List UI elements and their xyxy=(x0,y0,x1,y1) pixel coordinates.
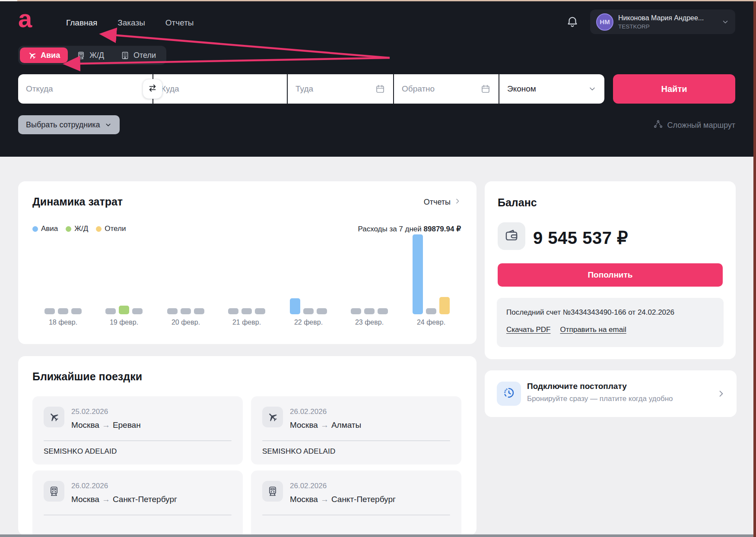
bar-19-Отели xyxy=(132,308,143,314)
divider xyxy=(44,440,232,441)
divider xyxy=(44,515,232,515)
service-tabs: АвиаЖ/ДОтели xyxy=(18,46,166,65)
trip-date: 26.02.2026 xyxy=(290,482,327,490)
plane-icon xyxy=(262,407,283,427)
bar-18-Авиа xyxy=(44,308,55,314)
send-email-link[interactable]: Отправить на email xyxy=(560,325,626,334)
x-axis-label: 18 февр. xyxy=(37,319,89,326)
trip-route: Москва→Алматы xyxy=(290,420,361,430)
train-icon xyxy=(262,481,283,502)
bar-20-Ж/Д xyxy=(181,308,191,314)
bell-icon xyxy=(566,22,579,30)
tab-avia[interactable]: Авиа xyxy=(20,47,68,63)
nav-item-reports[interactable]: Отчеты xyxy=(165,18,194,28)
destination-field[interactable] xyxy=(153,74,287,104)
avatar: НМ xyxy=(596,13,613,31)
bar-21-Авиа xyxy=(228,308,238,314)
bar-22-Ж/Д xyxy=(303,308,314,314)
app-header: a ГлавнаяЗаказыОтчеты НМ Никонова Мария … xyxy=(0,0,756,157)
last-invoice-text: Последний счет №3434343490-166 от 24.02.… xyxy=(506,308,714,317)
topup-button[interactable]: Пополнить xyxy=(498,263,723,287)
page: a ГлавнаяЗаказыОтчеты НМ Никонова Мария … xyxy=(0,0,756,537)
bar-22-Отели xyxy=(317,308,327,314)
depart-date-field[interactable] xyxy=(288,74,393,104)
cabin-class-select[interactable]: Эконом xyxy=(499,74,604,104)
tab-hotels[interactable]: Отели xyxy=(113,47,164,63)
trip-passenger: SEMISHKO ADELAID xyxy=(262,447,335,456)
expenses-dynamics-card: Динамика затрат Отчеты АвиаЖ/ДОтели Расх… xyxy=(18,181,476,344)
calendar-icon xyxy=(375,84,385,94)
trip-card[interactable]: 25.02.2026Москва→ЕреванSEMISHKO ADELAID xyxy=(32,396,243,464)
window-edge-top-corner xyxy=(0,0,17,1)
return-date-field[interactable] xyxy=(394,74,499,104)
balance-amount: 9 545 537 ₽ xyxy=(533,228,628,248)
postpay-title: Подключите постоплату xyxy=(527,382,627,391)
nav-item-home[interactable]: Главная xyxy=(66,18,97,28)
search-button[interactable]: Найти xyxy=(613,74,735,104)
balance-title: Баланс xyxy=(498,196,537,209)
bar-21-Отели xyxy=(255,308,265,314)
x-axis-label: 21 февр. xyxy=(221,319,273,326)
bar-18-Отели xyxy=(71,308,82,314)
trip-route: Москва→Санкт-Петербург xyxy=(290,495,396,504)
swap-icon xyxy=(148,83,157,95)
trip-card[interactable]: 26.02.2026Москва→АлматыSEMISHKO ADELAID xyxy=(251,396,461,464)
x-axis-label: 19 февр. xyxy=(98,319,150,326)
divider xyxy=(262,515,450,515)
chevron-down-icon xyxy=(721,18,729,26)
window-edge-right xyxy=(753,1,756,537)
wallet-icon xyxy=(504,228,519,244)
x-axis-label: 22 февр. xyxy=(283,319,334,326)
train-icon xyxy=(76,51,86,60)
bar-chart xyxy=(18,181,476,314)
upcoming-trips-card: Ближайшие поездки 25.02.2026Москва→Ерева… xyxy=(18,356,476,535)
plane-icon xyxy=(44,407,64,427)
window-edge-top xyxy=(17,0,756,1)
postpay-card[interactable]: Подключите постоплату Бронируйте сразу —… xyxy=(485,370,737,417)
trip-date: 25.02.2026 xyxy=(71,407,108,416)
bar-20-Отели xyxy=(194,308,204,314)
app-logo[interactable]: a xyxy=(18,6,31,31)
hotel-icon xyxy=(121,51,130,60)
trip-card[interactable]: 26.02.2026Москва→Санкт-Петербург xyxy=(32,471,243,537)
depart-date-input[interactable] xyxy=(295,84,375,94)
tab-rail[interactable]: Ж/Д xyxy=(69,47,112,63)
download-pdf-link[interactable]: Скачать PDF xyxy=(506,325,550,334)
route-icon xyxy=(653,119,663,131)
bar-23-Отели xyxy=(378,308,388,314)
return-date-input[interactable] xyxy=(402,84,480,94)
notifications-button[interactable] xyxy=(566,16,580,29)
destination-input[interactable] xyxy=(161,84,279,94)
calendar-icon xyxy=(480,84,491,94)
chevron-down-icon xyxy=(105,121,112,129)
bar-24-Авиа xyxy=(413,234,423,314)
bar-23-Авиа xyxy=(351,308,361,314)
divider xyxy=(262,440,450,441)
bar-20-Авиа xyxy=(167,308,178,314)
bar-23-Ж/Д xyxy=(364,308,375,314)
bar-18-Ж/Д xyxy=(58,308,68,314)
search-form: Эконом xyxy=(18,74,604,104)
user-menu[interactable]: НМ Никонова Мария Андрее... TESTKORP xyxy=(590,9,735,34)
x-axis-label: 20 февр. xyxy=(160,319,212,326)
nav-item-orders[interactable]: Заказы xyxy=(118,18,145,28)
trip-date: 26.02.2026 xyxy=(71,482,108,490)
origin-input[interactable] xyxy=(26,84,145,94)
trip-route: Москва→Санкт-Петербург xyxy=(71,495,177,504)
postpay-subtitle: Бронируйте сразу — платите когда удобно xyxy=(527,395,673,403)
bar-24-Ж/Д xyxy=(426,308,436,314)
complex-route-button[interactable]: Сложный маршрут xyxy=(653,119,735,131)
select-employee-button[interactable]: Выбрать сотрудника xyxy=(18,115,120,134)
bar-21-Ж/Д xyxy=(241,308,252,314)
trip-card[interactable]: 26.02.2026Москва→Санкт-Петербург xyxy=(251,471,461,537)
trips-title: Ближайшие поездки xyxy=(32,370,142,383)
swap-directions-button[interactable] xyxy=(143,79,162,99)
x-axis-label: 23 февр. xyxy=(343,319,395,326)
bar-19-Авиа xyxy=(105,308,116,314)
postpay-clock-icon xyxy=(502,386,515,401)
x-axis-label: 24 февр. xyxy=(405,319,457,326)
bar-22-Авиа xyxy=(290,298,300,314)
bar-24-Отели xyxy=(439,297,450,314)
user-name: Никонова Мария Андрее... xyxy=(618,14,717,22)
origin-field[interactable] xyxy=(18,74,152,104)
